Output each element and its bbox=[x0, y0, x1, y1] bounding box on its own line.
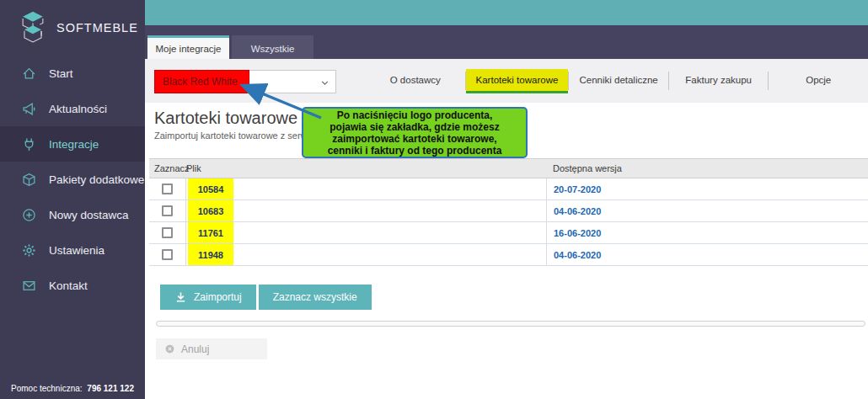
sidebar-item-start[interactable]: Start bbox=[0, 56, 145, 91]
cancel-button-label: Anuluj bbox=[181, 343, 209, 355]
files-table: Zaznacz Plik Dostępna wersja 10584 20-07… bbox=[149, 158, 868, 266]
tab-wszystkie[interactable]: Wszystkie bbox=[232, 35, 313, 59]
envelope-icon bbox=[21, 278, 36, 293]
column-header-zaznacz: Zaznacz bbox=[149, 163, 186, 173]
cancel-button[interactable]: Anuluj bbox=[156, 338, 267, 359]
sidebar-item-kontakt[interactable]: Kontakt bbox=[0, 268, 145, 303]
callout-line: Po naciśnięciu logo producenta, bbox=[337, 109, 493, 121]
logo[interactable]: SOFTMEBLE bbox=[0, 0, 145, 49]
tab-moje-integracje[interactable]: Moje integracje bbox=[147, 35, 229, 59]
row-checkbox[interactable] bbox=[162, 227, 173, 238]
supplier-menu: O dostawcy Kartoteki towarowe Cenniki de… bbox=[366, 59, 868, 103]
tabs: Moje integracje Wszystkie bbox=[147, 35, 313, 59]
plus-circle-icon bbox=[21, 207, 36, 222]
available-version: 04-06-2020 bbox=[554, 250, 601, 260]
support-label: Pomoc techniczna: bbox=[11, 384, 83, 393]
tab-strip: Moje integracje Wszystkie bbox=[145, 25, 868, 59]
plug-icon bbox=[21, 136, 36, 152]
column-header-plik: Plik bbox=[186, 163, 546, 173]
supplier-menu-item-opcje[interactable]: Opcje bbox=[769, 69, 868, 93]
row-checkbox[interactable] bbox=[162, 249, 173, 260]
table-row: 11948 04-06-2020 bbox=[149, 244, 868, 266]
column-header-dostepna-wersja: Dostępna wersja bbox=[546, 163, 868, 173]
supplier-toolbar: Black Red White O dostawcy Kartoteki tow… bbox=[145, 59, 868, 103]
file-number: 11948 bbox=[188, 244, 233, 265]
chevron-down-icon bbox=[319, 77, 330, 92]
supplier-menu-item-o-dostawcy[interactable]: O dostawcy bbox=[366, 69, 465, 93]
select-all-button[interactable]: Zaznacz wszystkie bbox=[259, 285, 372, 310]
home-icon bbox=[21, 66, 36, 81]
table-row: 10683 04-06-2020 bbox=[149, 200, 868, 222]
supplier-name: Black Red White bbox=[163, 76, 238, 88]
softmeble-logo-icon bbox=[15, 10, 51, 45]
callout-line: cenniki i faktury od tego producenta bbox=[328, 145, 502, 157]
supplier-menu-item-kartoteki-towarowe[interactable]: Kartoteki towarowe bbox=[466, 69, 569, 93]
megaphone-icon bbox=[21, 101, 36, 116]
table-header: Zaznacz Plik Dostępna wersja bbox=[149, 158, 868, 178]
row-checkbox[interactable] bbox=[162, 184, 173, 194]
sidebar-item-integracje[interactable]: Integracje bbox=[0, 126, 145, 162]
select-all-button-label: Zaznacz wszystkie bbox=[273, 291, 357, 303]
progress-bar bbox=[156, 321, 865, 327]
table-row: 11761 16-06-2020 bbox=[149, 222, 868, 244]
table-row: 10584 20-07-2020 bbox=[149, 178, 868, 200]
supplier-menu-item-faktury-zakupu[interactable]: Faktury zakupu bbox=[669, 69, 769, 93]
sidebar-item-nowy-dostawca[interactable]: Nowy dostawca bbox=[0, 197, 145, 232]
file-number: 11761 bbox=[188, 222, 233, 243]
available-version: 04-06-2020 bbox=[554, 206, 601, 216]
file-number: 10584 bbox=[188, 178, 233, 200]
sidebar: SOFTMEBLE Start Aktualności Integracje P… bbox=[0, 0, 145, 399]
callout-line: zaimportować kartoteki towarowe, bbox=[332, 133, 496, 145]
annotation-callout: Po naciśnięciu logo producenta,pojawia s… bbox=[302, 107, 528, 158]
support-phone: 796 121 122 bbox=[87, 384, 134, 393]
available-version: 16-06-2020 bbox=[554, 228, 601, 238]
highlight-red-box: Black Red White bbox=[154, 70, 249, 93]
app-title: SOFTMEBLE bbox=[56, 21, 138, 35]
cancel-icon bbox=[164, 343, 175, 354]
row-checkbox[interactable] bbox=[162, 205, 173, 216]
file-number: 10683 bbox=[188, 200, 233, 221]
top-teal-bar bbox=[145, 0, 868, 25]
import-button[interactable]: Zaimportuj bbox=[160, 285, 256, 310]
action-buttons: Zaimportuj Zaznacz wszystkie bbox=[160, 285, 372, 310]
table-body: 10584 20-07-2020 10683 04-06-2020 11761 … bbox=[149, 178, 868, 266]
cube-icon bbox=[21, 172, 36, 187]
support-info: Pomoc techniczna: 796 121 122 bbox=[0, 384, 145, 393]
gear-icon bbox=[21, 242, 36, 258]
callout-line: pojawia się zakładka, gdzie możesz bbox=[330, 121, 499, 133]
available-version: 20-07-2020 bbox=[554, 184, 601, 194]
sidebar-nav: Start Aktualności Integracje Pakiety dod… bbox=[0, 56, 145, 303]
supplier-menu-item-cenniki-detaliczne[interactable]: Cenniki detaliczne bbox=[569, 69, 668, 93]
sidebar-item-ustawienia[interactable]: Ustawienia bbox=[0, 232, 145, 268]
sidebar-item-aktualności[interactable]: Aktualności bbox=[0, 91, 145, 126]
import-button-label: Zaimportuj bbox=[194, 291, 242, 303]
sidebar-item-pakiety-dodatkowe[interactable]: Pakiety dodatkowe bbox=[0, 162, 145, 197]
download-icon bbox=[174, 291, 187, 304]
